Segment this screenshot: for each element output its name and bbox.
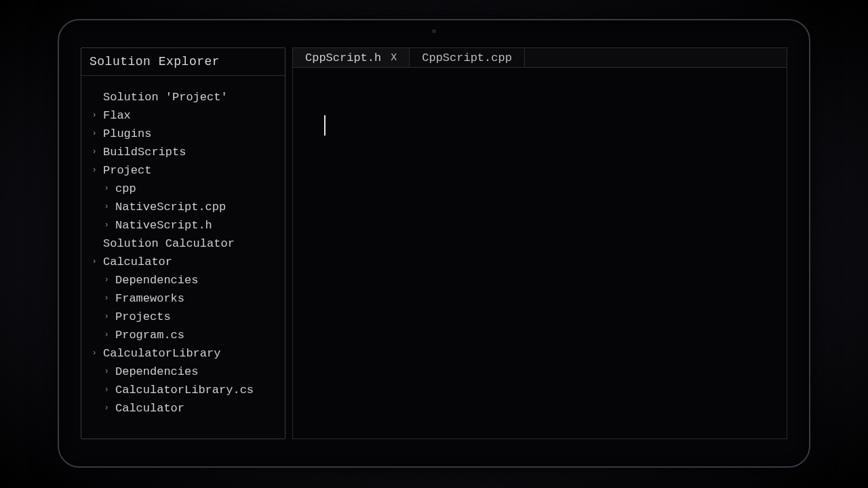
- tree-item[interactable]: ›Dependencies: [87, 363, 279, 381]
- tree-item: ›Solution Calculator: [87, 235, 279, 253]
- tree-item-label: Solution 'Project': [103, 88, 228, 106]
- chevron-right-icon[interactable]: ›: [102, 363, 111, 381]
- editor-tab-label: CppScript.h: [305, 52, 381, 64]
- tree-item[interactable]: ›Frameworks: [87, 289, 279, 308]
- editor-tabbar: CppScript.hXCppScript.cpp: [292, 47, 787, 68]
- tree-item[interactable]: ›Project: [87, 161, 279, 180]
- chevron-right-icon[interactable]: ›: [102, 289, 111, 308]
- tree-item[interactable]: ›Projects: [87, 308, 279, 326]
- tree-item[interactable]: ›BuildScripts: [87, 143, 279, 161]
- tree-item[interactable]: ›Calculator: [87, 253, 279, 271]
- tree-item-label: Plugins: [103, 125, 151, 143]
- close-icon[interactable]: X: [391, 52, 397, 64]
- chevron-right-icon[interactable]: ›: [102, 216, 111, 235]
- tree-item-label: Calculator: [103, 253, 172, 271]
- tree-item[interactable]: ›Plugins: [87, 125, 279, 143]
- tree-item-label: Calculator: [115, 399, 184, 418]
- chevron-right-icon[interactable]: ›: [90, 125, 99, 143]
- text-cursor: [324, 115, 326, 136]
- tree-item-label: Program.cs: [115, 326, 184, 344]
- tree-item-label: NativeScript.h: [115, 216, 212, 235]
- chevron-right-icon[interactable]: ›: [102, 326, 111, 344]
- chevron-right-icon[interactable]: ›: [102, 198, 111, 216]
- tree-item-label: NativeScript.cpp: [115, 198, 226, 216]
- chevron-right-icon[interactable]: ›: [90, 106, 99, 125]
- tree-item-label: Frameworks: [115, 289, 184, 308]
- tree-item-label: CalculatorLibrary: [103, 344, 220, 363]
- editor-tab[interactable]: CppScript.hX: [293, 48, 410, 67]
- tree-item[interactable]: ›CalculatorLibrary.cs: [87, 381, 279, 399]
- tree-item-label: Solution Calculator: [103, 235, 235, 253]
- tree-item[interactable]: ›Calculator: [87, 399, 279, 418]
- tree-item[interactable]: ›Dependencies: [87, 271, 279, 289]
- tree-item[interactable]: ›cpp: [87, 180, 279, 198]
- device-frame: Solution Explorer ›Solution 'Project'›Fl…: [58, 19, 810, 468]
- chevron-right-icon[interactable]: ›: [90, 143, 99, 161]
- tree-item-label: Dependencies: [115, 271, 198, 289]
- editor-tab[interactable]: CppScript.cpp: [410, 48, 525, 67]
- tree-item-label: Flax: [103, 106, 131, 125]
- solution-tree: ›Solution 'Project'›Flax›Plugins›BuildSc…: [81, 76, 285, 423]
- chevron-right-icon[interactable]: ›: [102, 308, 111, 326]
- editor-tab-label: CppScript.cpp: [422, 52, 512, 64]
- chevron-right-icon[interactable]: ›: [102, 381, 111, 399]
- tree-item[interactable]: ›NativeScript.cpp: [87, 198, 279, 216]
- tree-item[interactable]: ›CalculatorLibrary: [87, 344, 279, 363]
- tree-item-label: cpp: [115, 180, 136, 198]
- chevron-right-icon[interactable]: ›: [102, 399, 111, 418]
- editor-body[interactable]: [292, 68, 787, 439]
- solution-explorer-panel: Solution Explorer ›Solution 'Project'›Fl…: [81, 47, 285, 439]
- chevron-right-icon[interactable]: ›: [90, 253, 99, 271]
- solution-explorer-title: Solution Explorer: [81, 48, 285, 76]
- tree-item-label: Projects: [115, 308, 171, 326]
- chevron-right-icon[interactable]: ›: [102, 271, 111, 289]
- tree-item[interactable]: ›Program.cs: [87, 326, 279, 344]
- chevron-right-icon[interactable]: ›: [102, 180, 111, 198]
- tree-item[interactable]: ›NativeScript.h: [87, 216, 279, 235]
- tree-item-label: Project: [103, 161, 151, 180]
- tree-item[interactable]: ›Flax: [87, 106, 279, 125]
- ide-screen: Solution Explorer ›Solution 'Project'›Fl…: [81, 47, 787, 439]
- tree-item: ›Solution 'Project': [87, 88, 279, 106]
- chevron-right-icon[interactable]: ›: [90, 161, 99, 180]
- tree-item-label: Dependencies: [115, 363, 198, 381]
- tree-item-label: CalculatorLibrary.cs: [115, 381, 254, 399]
- editor-area: CppScript.hXCppScript.cpp: [292, 47, 787, 439]
- chevron-right-icon[interactable]: ›: [90, 344, 99, 363]
- camera-dot: [432, 29, 436, 33]
- tree-item-label: BuildScripts: [103, 143, 186, 161]
